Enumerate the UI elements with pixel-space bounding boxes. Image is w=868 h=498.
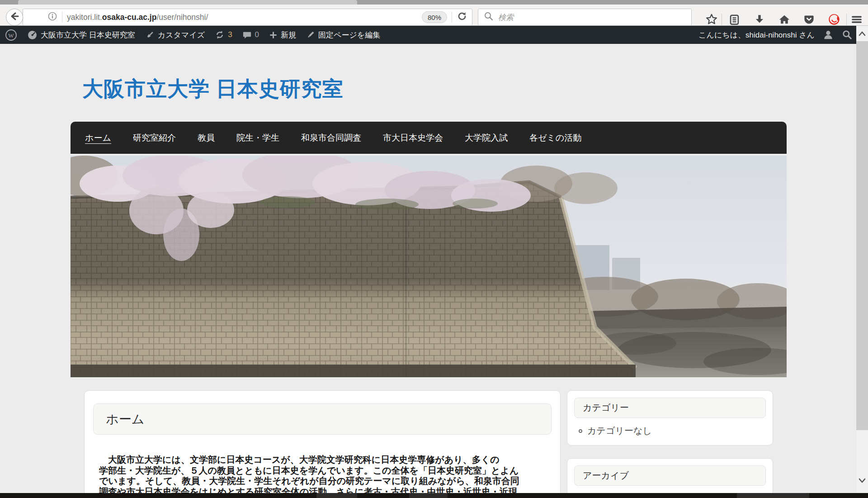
scrollbar-thumb[interactable] (856, 41, 868, 430)
circle-bullet-icon (579, 429, 582, 433)
library-icon (728, 14, 741, 26)
svg-text:W: W (8, 32, 14, 38)
site-info-icon[interactable] (47, 11, 57, 23)
vertical-scrollbar[interactable] (856, 26, 868, 493)
main-nav: ホーム 研究室紹介 教員 院生・学生 和泉市合同調査 市大日本史学会 大学院入試… (71, 122, 787, 154)
taskbar-item (409, 493, 448, 498)
wp-edit-page-button[interactable]: 固定ページを編集 (301, 26, 385, 44)
pencil-icon (306, 30, 315, 39)
wordpress-logo-icon: W (5, 29, 17, 41)
nav-item-history-society[interactable]: 市大日本史学会 (383, 132, 443, 144)
browser-window: yakitori.lit.osaka-cu.ac.jp/user/nihonsh… (0, 0, 868, 498)
scroll-up-arrow-icon[interactable] (856, 28, 868, 38)
wp-edit-page-label: 固定ページを編集 (318, 30, 380, 40)
customize-brush-icon (145, 30, 155, 40)
archives-title: アーカイブ (583, 470, 629, 482)
nav-item-seminar-activity[interactable]: 各ゼミの活動 (529, 132, 581, 144)
wp-new-button[interactable]: 新規 (264, 26, 301, 44)
wp-account-area: こんにちは、shidai-nihonshi さん (698, 26, 853, 44)
search-placeholder: 検索 (498, 12, 514, 23)
nav-item-faculty[interactable]: 教員 (198, 132, 215, 144)
sidebar-archives-widget: アーカイブ (567, 458, 773, 498)
wp-comment-count: 0 (255, 30, 259, 39)
nav-item-lab-intro[interactable]: 研究室紹介 (133, 132, 176, 144)
page-title-box: ホーム (93, 403, 552, 435)
download-icon (754, 14, 765, 25)
categories-title-box: カテゴリー (574, 398, 766, 418)
wp-admin-bar: W 大阪市立大学 日本史研究室 カスタマイズ 3 0 新規 固定ページを編集 こ… (0, 26, 868, 44)
admin-search-icon[interactable] (842, 29, 853, 40)
plus-icon (269, 31, 278, 39)
category-item-label: カテゴリーなし (587, 425, 652, 437)
updates-icon (215, 30, 225, 40)
active-tab[interactable] (18, 0, 357, 5)
nav-item-students[interactable]: 院生・学生 (236, 132, 279, 144)
url-bar[interactable]: yakitori.lit.osaka-cu.ac.jp/user/nihonsh… (23, 9, 472, 26)
browser-toolbar: yakitori.lit.osaka-cu.ac.jp/user/nihonsh… (0, 5, 868, 26)
star-icon (705, 13, 718, 26)
category-item[interactable]: カテゴリーなし (579, 425, 773, 437)
wp-customize-button[interactable]: カスタマイズ (140, 26, 210, 44)
reload-button[interactable] (457, 11, 467, 24)
url-text[interactable]: yakitori.lit.osaka-cu.ac.jp/user/nihonsh… (67, 13, 208, 22)
wp-customize-label: カスタマイズ (158, 30, 205, 40)
hamburger-icon (851, 14, 863, 25)
user-avatar-icon[interactable] (823, 29, 834, 40)
urlbar-divider (62, 12, 62, 23)
home-icon (778, 13, 791, 26)
urlbar-divider-2 (452, 12, 452, 23)
scroll-down-arrow-icon[interactable] (856, 476, 868, 486)
paragraph-line: 学部生・大学院生が、５人の教員とともに日本史を学んでいます。この全体を「日本史研… (99, 465, 547, 476)
back-icon (9, 11, 19, 23)
paragraph-line: でいます。そして、教員・大学院生・学生それぞれが自分の研究テーマに取り組みながら… (99, 476, 547, 487)
search-icon (484, 11, 494, 23)
back-button[interactable] (6, 9, 23, 26)
wp-site-name: 大阪市立大学 日本史研究室 (41, 30, 135, 40)
wp-new-label: 新規 (281, 30, 296, 40)
nav-item-izumi-survey[interactable]: 和泉市合同調査 (301, 132, 361, 144)
wp-updates-button[interactable]: 3 (210, 26, 237, 44)
archives-title-box: アーカイブ (574, 465, 766, 486)
intro-paragraph: 大阪市立大学には、文学部に日本史コースが、大学院文学研究科に日本史学専修があり、… (99, 455, 547, 497)
wp-update-count: 3 (228, 30, 232, 39)
dashboard-gauge-icon (27, 30, 38, 40)
comment-bubble-icon (242, 30, 252, 40)
search-input[interactable]: 検索 (478, 9, 692, 26)
nav-item-grad-admissions[interactable]: 大学院入試 (465, 132, 508, 144)
wp-logo-button[interactable]: W (0, 26, 22, 44)
taskbar-item (316, 493, 357, 498)
categories-title: カテゴリー (583, 402, 629, 414)
zoom-indicator[interactable]: 80% (422, 11, 447, 23)
header-photo-castle-wall (71, 156, 787, 377)
trend-micro-icon (828, 13, 840, 26)
wp-site-name-button[interactable]: 大阪市立大学 日本史研究室 (22, 26, 140, 44)
os-taskbar-sliver (0, 493, 868, 498)
main-content-card: ホーム 大阪市立大学には、文学部に日本史コースが、大学院文学研究科に日本史学専修… (84, 390, 561, 498)
tab-strip (0, 0, 868, 5)
site-title[interactable]: 大阪市立大学 日本史研究室 (82, 75, 344, 103)
pocket-icon (803, 14, 815, 26)
taskbar-item (737, 493, 809, 498)
paragraph-line: 大阪市立大学には、文学部に日本史コースが、大学院文学研究科に日本史学専修があり、… (99, 455, 547, 465)
sidebar-categories-widget: カテゴリー カテゴリーなし (567, 390, 773, 446)
wp-comments-button[interactable]: 0 (237, 26, 264, 44)
page-title: ホーム (106, 411, 144, 428)
nav-item-home[interactable]: ホーム (85, 132, 111, 144)
wp-greeting[interactable]: こんにちは、shidai-nihonshi さん (698, 30, 815, 40)
